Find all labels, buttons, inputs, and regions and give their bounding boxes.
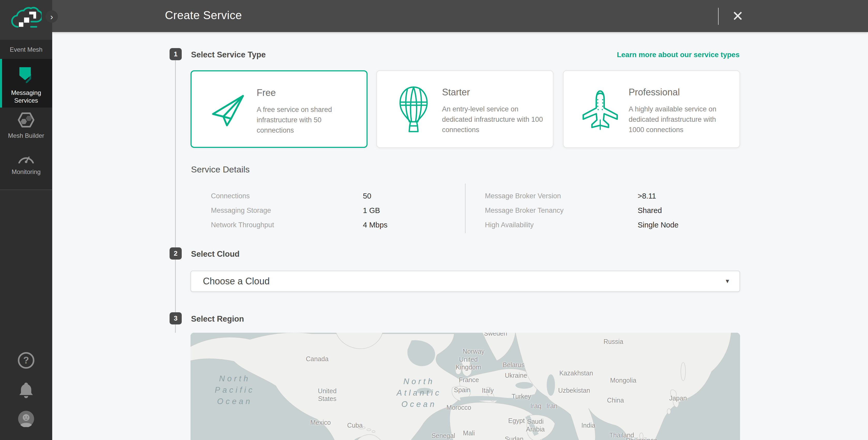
learn-more-link[interactable]: Learn more about our service types xyxy=(617,51,740,59)
solace-cloud-logo-icon xyxy=(10,6,42,33)
step-connector xyxy=(175,60,176,247)
detail-value: >8.11 xyxy=(638,192,656,200)
detail-label: Messaging Storage xyxy=(211,207,363,215)
bell-icon xyxy=(18,382,34,400)
paper-plane-icon xyxy=(208,87,249,133)
notifications-button[interactable] xyxy=(0,382,52,400)
map-label: Iran xyxy=(546,402,557,410)
detail-row: Message Broker Tenancy Shared xyxy=(485,203,679,218)
detail-value: 4 Mbps xyxy=(363,221,388,229)
sidebar-item-label: Mesh Builder xyxy=(0,132,52,139)
detail-value: Shared xyxy=(638,206,662,215)
step-2-badge: 2 xyxy=(169,247,182,259)
map-label: Italy xyxy=(482,387,494,394)
map-label: Turkey xyxy=(512,393,531,400)
step-1-title: Select Service Type xyxy=(191,50,266,59)
map-label: Canada xyxy=(306,355,329,363)
detail-label: Message Broker Version xyxy=(485,192,638,200)
detail-value: 50 xyxy=(363,192,371,200)
cloud-dropdown-value: Choose a Cloud xyxy=(203,276,270,287)
dropdown-arrow-icon: ▼ xyxy=(724,278,730,285)
map-label: Senegal xyxy=(431,432,455,439)
service-card-free[interactable]: Free A free service on shared infrastruc… xyxy=(190,70,368,148)
detail-value: Single Node xyxy=(638,221,679,229)
help-icon: ? xyxy=(18,352,34,369)
map-label: Japan xyxy=(669,395,687,402)
map-label: Russia xyxy=(603,338,623,345)
map-label: France xyxy=(459,376,479,384)
sidebar-item-monitoring[interactable]: Monitoring xyxy=(0,148,52,184)
detail-label: Network Throughput xyxy=(211,221,363,229)
header-divider xyxy=(718,8,719,25)
sidebar-collapse-button[interactable]: › xyxy=(45,10,58,23)
map-label: Sweden xyxy=(484,333,507,337)
map-label: United States xyxy=(312,387,343,403)
detail-row: Messaging Storage 1 GB xyxy=(211,203,388,218)
shield-icon xyxy=(0,65,52,86)
chevron-right-icon: › xyxy=(50,12,53,22)
map-label: Iraq xyxy=(530,402,541,410)
sidebar-item-messaging-services[interactable]: Messaging Services xyxy=(0,59,52,107)
sidebar-item-event-mesh[interactable]: Event Mesh xyxy=(0,40,52,59)
page-title: Create Service xyxy=(165,9,242,22)
sidebar-item-label: Messaging Services xyxy=(0,89,52,104)
card-title: Professional xyxy=(629,87,680,98)
service-details-left: Connections 50 Messaging Storage 1 GB Ne… xyxy=(211,189,388,232)
map-label: Sudan xyxy=(505,435,523,440)
profile-button[interactable] xyxy=(0,411,52,428)
map-label: Mexico xyxy=(310,419,331,426)
details-divider xyxy=(465,184,466,233)
step-2-title: Select Cloud xyxy=(191,249,240,259)
step-connector xyxy=(175,324,176,333)
service-details-heading: Service Details xyxy=(191,164,250,175)
sidebar-footer xyxy=(0,190,52,440)
map-label: Saudi Arabia xyxy=(520,417,551,433)
card-description: An entry-level service on dedicated infr… xyxy=(442,104,546,135)
map-label: Morocco xyxy=(446,404,471,411)
map-label: Norway xyxy=(463,348,485,355)
map-label: Ukraine xyxy=(505,372,527,379)
close-button[interactable]: ✕ xyxy=(727,6,748,26)
region-map[interactable]: North Pacific Ocean North Atlantic Ocean… xyxy=(190,333,740,440)
modal-header: Create Service ✕ xyxy=(52,0,868,32)
detail-value: 1 GB xyxy=(363,206,380,215)
ocean-label-north-pacific: North Pacific Ocean xyxy=(215,373,255,407)
map-label: Cuba xyxy=(347,422,363,429)
avatar-icon xyxy=(18,411,34,428)
detail-row: Network Throughput 4 Mbps xyxy=(211,218,388,232)
detail-label: High Availability xyxy=(485,221,638,229)
detail-row: Connections 50 xyxy=(211,189,388,203)
card-description: A free service on shared infrastructure … xyxy=(257,104,360,135)
app-logo[interactable] xyxy=(0,0,52,40)
detail-row: Message Broker Version >8.11 xyxy=(485,189,679,203)
service-card-professional[interactable]: Professional A highly available service … xyxy=(563,70,740,148)
sidebar-item-label: Monitoring xyxy=(0,168,52,176)
card-description: A highly available service on dedicated … xyxy=(629,104,732,135)
map-label: Kazakhstan xyxy=(559,370,593,377)
hot-air-balloon-icon xyxy=(393,86,434,133)
map-label: Mali xyxy=(463,430,475,437)
card-title: Starter xyxy=(442,87,470,98)
map-label: Philippines xyxy=(626,437,657,440)
map-label: Uzbekistan xyxy=(558,387,590,394)
close-icon: ✕ xyxy=(732,8,743,24)
map-label: United Kingdom xyxy=(453,355,484,371)
help-button[interactable]: ? xyxy=(0,352,52,369)
detail-label: Connections xyxy=(211,192,363,200)
gauge-icon xyxy=(0,153,52,164)
create-service-content: 1 Select Service Type Learn more about o… xyxy=(52,32,868,440)
step-1-badge: 1 xyxy=(169,48,182,60)
map-label: China xyxy=(607,397,624,404)
map-label: Belarus xyxy=(503,361,525,369)
cloud-select-dropdown[interactable]: Choose a Cloud ▼ xyxy=(190,271,740,292)
step-3-title: Select Region xyxy=(191,314,244,324)
service-card-starter[interactable]: Starter An entry-level service on dedica… xyxy=(376,70,553,148)
sidebar: Event Mesh Messaging Services Mesh Build… xyxy=(0,0,52,440)
detail-row: High Availability Single Node xyxy=(485,218,679,232)
ocean-label-north-atlantic: North Atlantic Ocean xyxy=(397,376,441,410)
sidebar-item-label: Event Mesh xyxy=(10,46,43,54)
sidebar-item-mesh-builder[interactable]: Mesh Builder xyxy=(0,108,52,147)
active-indicator xyxy=(0,59,2,107)
hexagon-mesh-icon xyxy=(0,112,52,129)
map-label: Mongolia xyxy=(610,377,636,384)
